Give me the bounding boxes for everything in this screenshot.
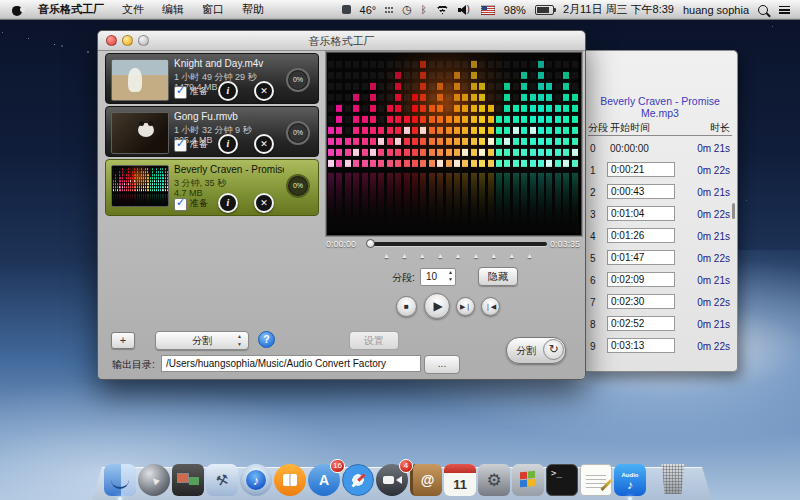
info-button[interactable] xyxy=(218,193,238,213)
segment-start-input[interactable] xyxy=(607,250,675,265)
segment-start-input[interactable] xyxy=(607,206,675,221)
segment-marker-icon[interactable]: ▲ xyxy=(472,252,479,259)
dock-item-calendar[interactable]: 11 xyxy=(444,464,476,496)
dock-item-textedit[interactable] xyxy=(580,464,612,496)
current-time: 0:00:00 xyxy=(326,239,356,249)
segment-row: 60m 21s xyxy=(588,271,732,293)
previous-segment-button[interactable] xyxy=(481,297,500,316)
segment-marker-icon[interactable]: ▲ xyxy=(455,252,462,259)
split-action-button[interactable]: 分割 ↻ xyxy=(506,337,566,364)
dock-item-system-preferences[interactable]: ⚙ xyxy=(478,464,510,496)
dock-item-terminal[interactable]: >_ xyxy=(546,464,578,496)
remove-file-button[interactable] xyxy=(254,193,274,213)
segment-start-input[interactable] xyxy=(607,162,675,177)
drawer-scrollbar[interactable] xyxy=(732,203,735,219)
notification-center-icon[interactable] xyxy=(779,6,790,14)
dock-item-facetime[interactable]: 4 xyxy=(376,464,408,496)
mode-dropdown-value: 分割 xyxy=(192,335,212,346)
dock-item-itunes[interactable]: ♪ xyxy=(240,464,272,496)
dock-item-contacts[interactable]: @ xyxy=(410,464,442,496)
parallels-icon xyxy=(512,464,544,496)
app-store-glyph-icon: A xyxy=(319,472,329,488)
file-item-gong-fu[interactable]: Gong Fu.rmvb 1 小时 32 分钟 9 秒 805.4 MB 准备 … xyxy=(105,106,319,157)
segment-marker-icon[interactable]: ▲ xyxy=(383,252,390,259)
menu-help[interactable]: 帮助 xyxy=(233,0,273,19)
play-button[interactable] xyxy=(424,293,450,319)
stepper-arrows-icon[interactable]: ▲▼ xyxy=(448,269,453,283)
apple-menu-icon[interactable] xyxy=(12,4,23,16)
dock-item-launchpad[interactable]: ▲ xyxy=(138,464,170,496)
segment-marker-icon[interactable]: ▲ xyxy=(401,252,408,259)
help-button[interactable]: ? xyxy=(258,331,275,348)
browse-button[interactable]: ... xyxy=(424,355,460,374)
timeline-slider[interactable] xyxy=(367,242,547,246)
settings-button[interactable]: 设置 xyxy=(349,331,399,350)
segment-duration: 0m 22s xyxy=(697,165,730,176)
next-segment-button[interactable] xyxy=(456,297,475,316)
menu-window[interactable]: 窗口 xyxy=(193,0,233,19)
file-item-knight-and-day[interactable]: Knight and Day.m4v 1 小时 49 分钟 29 秒 1479.… xyxy=(105,53,319,104)
ready-checkbox[interactable] xyxy=(174,198,187,211)
app-store-badge: 16 xyxy=(330,459,345,473)
window-titlebar[interactable]: 音乐格式工厂 xyxy=(98,31,585,51)
dock-item-screen-sharing[interactable] xyxy=(172,464,204,496)
dock-item-safari[interactable] xyxy=(342,464,374,496)
segment-marker-icon[interactable]: ▲ xyxy=(437,252,444,259)
dock-item-finder[interactable] xyxy=(104,464,136,496)
dots-menu-extra-icon[interactable] xyxy=(385,6,393,13)
menu-username[interactable]: huang sophia xyxy=(683,4,749,16)
menu-extra-icon[interactable] xyxy=(342,5,351,14)
contacts-icon: @ xyxy=(410,464,442,496)
itunes-icon: ♪ xyxy=(240,464,272,496)
ready-checkbox[interactable] xyxy=(174,139,187,152)
timeline-knob[interactable] xyxy=(366,239,375,248)
convert-refresh-icon: ↻ xyxy=(543,339,564,360)
ready-label: 准备 xyxy=(190,138,208,151)
dock-item-app-store[interactable]: A16 xyxy=(308,464,340,496)
stop-button[interactable] xyxy=(396,296,417,317)
ready-checkbox[interactable] xyxy=(174,86,187,99)
info-button[interactable] xyxy=(218,81,238,101)
segment-marker-icon[interactable]: ▲ xyxy=(490,252,497,259)
menu-edit[interactable]: 编辑 xyxy=(153,0,193,19)
window-title: 音乐格式工厂 xyxy=(98,34,585,49)
remove-file-button[interactable] xyxy=(254,81,274,101)
bluetooth-icon[interactable]: ᛒ xyxy=(421,4,427,15)
battery-icon[interactable] xyxy=(535,5,554,15)
playback-timeline: 0:00:00 0:03:35 xyxy=(326,238,580,252)
segment-start-input[interactable] xyxy=(607,272,675,287)
temperature-status[interactable]: 46° xyxy=(360,4,377,16)
segment-index: 9 xyxy=(590,341,596,352)
segment-marker-icon[interactable]: ▲ xyxy=(508,252,515,259)
spotlight-search-icon[interactable] xyxy=(758,5,768,15)
dock-item-trash[interactable] xyxy=(657,464,689,496)
dock-item-xcode[interactable]: ⚒ xyxy=(206,464,238,496)
segment-start-input[interactable] xyxy=(607,228,675,243)
wifi-icon[interactable] xyxy=(436,5,449,15)
input-language-flag-icon[interactable] xyxy=(481,5,495,15)
dock-item-ibooks[interactable] xyxy=(274,464,306,496)
segment-start-input[interactable] xyxy=(607,316,675,331)
segment-marker-icon[interactable]: ▲ xyxy=(419,252,426,259)
add-file-button[interactable]: + xyxy=(111,332,135,349)
menu-datetime[interactable]: 2月11日 周三 下午8:39 xyxy=(563,2,674,17)
volume-icon[interactable]: ) xyxy=(458,5,472,15)
dock-item-parallels[interactable] xyxy=(512,464,544,496)
segment-start-input[interactable] xyxy=(607,294,675,309)
segment-start-input[interactable] xyxy=(607,184,675,199)
menu-app-name[interactable]: 音乐格式工厂 xyxy=(29,0,113,19)
segment-duration: 0m 22s xyxy=(697,297,730,308)
time-machine-icon[interactable]: ◷ xyxy=(402,3,412,16)
menu-file[interactable]: 文件 xyxy=(113,0,153,19)
remove-file-button[interactable] xyxy=(254,134,274,154)
segment-marker-icon[interactable]: ▲ xyxy=(526,252,533,259)
segment-start-input[interactable] xyxy=(607,338,675,353)
info-button[interactable] xyxy=(218,134,238,154)
hide-button[interactable]: 隐藏 xyxy=(478,267,518,286)
dock-item-audio-converter[interactable]: Audio♪ xyxy=(614,464,646,496)
dock: ▲⚒♪A164@11⚙>_Audio♪ xyxy=(0,462,800,500)
segment-count-stepper[interactable]: 10 ▲▼ xyxy=(420,268,456,286)
output-dir-field[interactable] xyxy=(161,355,421,372)
file-item-promise-me-selected[interactable]: Beverly Craven - Promise Me.mp3 3 分钟, 35… xyxy=(105,159,319,216)
mode-dropdown[interactable]: 分割▲▼ xyxy=(155,331,249,350)
